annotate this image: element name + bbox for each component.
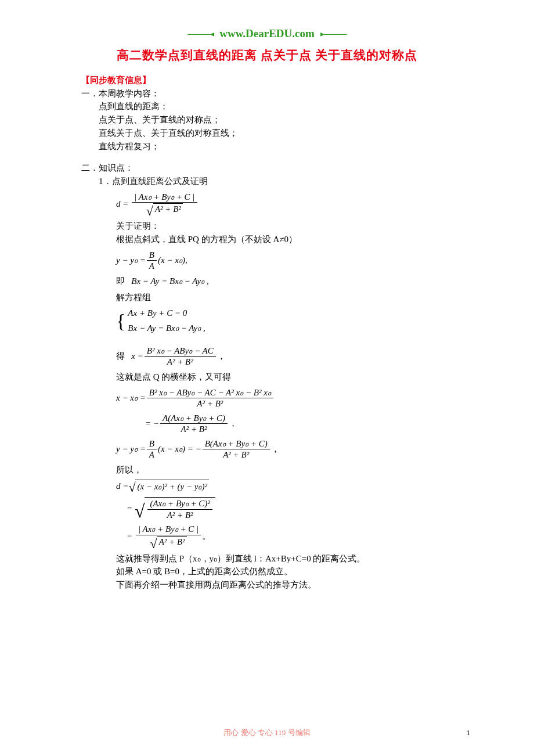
subsection-2-1: 1．点到直线距离公式及证明 <box>81 175 453 188</box>
next-method: 下面再介绍一种直接用两点间距离公式的推导方法。 <box>116 579 453 592</box>
formula-pq-expanded: 即 Bx − Ay = Bx₀ − Ay₀ , <box>81 275 453 288</box>
formula-x-minus-x0-2: = − A(Ax₀ + By₀ + C) A² + B² ， <box>81 413 453 435</box>
formula-y-minus-y0: y − y₀ = BA (x − x₀) = − B(Ax₀ + By₀ + C… <box>81 438 453 460</box>
page-number: 1 <box>467 728 471 739</box>
formula-system-2: Bx − Ay = Bx₀ − Ay₀ , <box>128 322 205 335</box>
formula-d-step2: = √ (Ax₀ + By₀ + C)² A² + B² <box>81 497 453 520</box>
sync-info-text: 【同步教育信息】 <box>81 75 151 85</box>
conclusion: 这就推导得到点 P（x₀，y₀）到直线 l：Ax+By+C=0 的距离公式。 <box>116 553 453 566</box>
solve-system-label: 解方程组 <box>81 291 453 304</box>
formula-d-definition: d = | Ax₀ + By₀ + C | √A² + B² <box>81 192 453 217</box>
header-deco-left: ———◂ <box>187 28 214 39</box>
page-title: 高二数学点到直线的距离 点关于点 关于直线的对称点 <box>81 46 453 64</box>
formula-d-den-rad: A² + B² <box>153 203 183 214</box>
formula-d-step3: = | Ax₀ + By₀ + C | √A² + B² 。 <box>81 524 453 549</box>
section-1-item: 点关于点、关于直线的对称点； <box>99 114 453 127</box>
section-1-item: 直线关于点、关于直线的对称直线； <box>99 127 453 140</box>
header-banner: ———◂ www.DearEDU.com ▸——— <box>81 26 453 42</box>
sync-info-label: 【同步教育信息】 <box>81 74 453 87</box>
about-proof-label: 关于证明： <box>116 220 453 233</box>
proof-intro: 根据点斜式，直线 PQ 的方程为（不妨设 A≠0） <box>116 233 453 246</box>
section-1-item: 点到直线的距离； <box>99 100 453 113</box>
qx-note: 这就是点 Q 的横坐标，又可得 <box>81 371 453 384</box>
formula-d-step1: d = √(x − x₀)² + (y − y₀)² <box>81 480 453 494</box>
section-1-item: 直线方程复习； <box>99 141 453 153</box>
section-1-items: 点到直线的距离； 点关于点、关于直线的对称点； 直线关于点、关于直线的对称直线；… <box>81 100 453 153</box>
formula-system-1: Ax + By + C = 0 <box>128 307 205 320</box>
footer-text: 用心 爱心 专心 119 号编辑 <box>0 728 534 739</box>
formula-x-solution: 得 x = B² x₀ − ABy₀ − AC A² + B² ， <box>81 345 453 368</box>
section-2-heading: 二．知识点： <box>81 162 453 175</box>
ab-zero-note: 如果 A=0 或 B=0，上式的距离公式仍然成立。 <box>116 566 453 578</box>
site-url: www.DearEDU.com <box>219 26 315 42</box>
formula-d-num: | Ax₀ + By₀ + C | <box>132 192 197 203</box>
formula-system: { Ax + By + C = 0 Bx − Ay = Bx₀ − Ay₀ , <box>81 307 453 335</box>
formula-pq-point-slope: y − y₀ = BA (x − x₀), <box>81 250 453 272</box>
header-deco-right: ▸——— <box>320 28 347 39</box>
section-1-heading: 一．本周教学内容： <box>81 88 453 100</box>
therefore-label: 所以， <box>81 464 453 477</box>
formula-x-minus-x0-1: x − x₀ = B² x₀ − ABy₀ − AC − A² x₀ − B² … <box>81 387 453 409</box>
